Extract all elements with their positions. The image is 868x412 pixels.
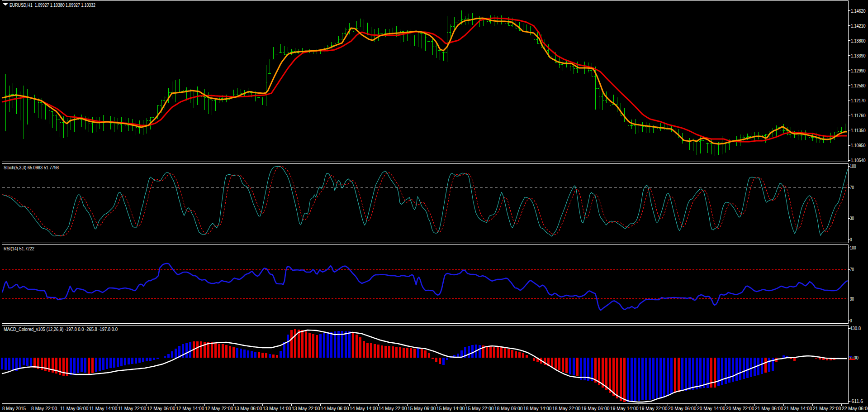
svg-text:14 May 22:00: 14 May 22:00 bbox=[379, 406, 407, 411]
svg-text:1.12170: 1.12170 bbox=[851, 98, 866, 103]
svg-text:1.12580: 1.12580 bbox=[851, 83, 866, 88]
svg-text:20 May 14:00: 20 May 14:00 bbox=[697, 406, 725, 411]
svg-text:8 May 2015: 8 May 2015 bbox=[2, 406, 26, 411]
svg-text:RSI(14) 51.7222: RSI(14) 51.7222 bbox=[4, 246, 34, 251]
svg-text:21 May 22:00: 21 May 22:00 bbox=[813, 406, 841, 411]
svg-text:70: 70 bbox=[850, 185, 854, 190]
svg-text:1.12990: 1.12990 bbox=[851, 68, 866, 73]
svg-text:1.14620: 1.14620 bbox=[851, 8, 866, 14]
svg-text:12 May 06:00: 12 May 06:00 bbox=[147, 406, 175, 411]
svg-text:-611.6: -611.6 bbox=[850, 398, 863, 404]
svg-text:30: 30 bbox=[850, 296, 854, 302]
svg-text:70: 70 bbox=[850, 267, 854, 272]
svg-text:11 May 06:00: 11 May 06:00 bbox=[60, 406, 88, 411]
svg-text:14 May 06:00: 14 May 06:00 bbox=[321, 406, 349, 411]
svg-text:0: 0 bbox=[850, 318, 852, 323]
svg-text:1.10540: 1.10540 bbox=[851, 158, 866, 163]
svg-text:100: 100 bbox=[850, 245, 856, 250]
svg-text:1.13390: 1.13390 bbox=[851, 53, 866, 58]
svg-text:21 May 14:00: 21 May 14:00 bbox=[784, 406, 812, 411]
svg-text:18 May 06:00: 18 May 06:00 bbox=[494, 406, 522, 411]
svg-text:13 May 22:00: 13 May 22:00 bbox=[292, 406, 320, 411]
svg-text:22 May 06:00: 22 May 06:00 bbox=[842, 406, 868, 411]
svg-text:14 May 14:00: 14 May 14:00 bbox=[350, 406, 378, 411]
svg-text:12 May 14:00: 12 May 14:00 bbox=[176, 406, 204, 411]
svg-text:8 May 22:00: 8 May 22:00 bbox=[31, 406, 57, 411]
svg-text:21 May 06:00: 21 May 06:00 bbox=[755, 406, 783, 411]
svg-text:13 May 06:00: 13 May 06:00 bbox=[234, 406, 262, 411]
svg-text:11 May 14:00: 11 May 14:00 bbox=[89, 406, 117, 411]
svg-text:19 May 22:00: 19 May 22:00 bbox=[639, 406, 667, 411]
svg-text:430.8: 430.8 bbox=[850, 326, 861, 331]
svg-text:20 May 22:00: 20 May 22:00 bbox=[726, 406, 754, 411]
svg-text:18 May 14:00: 18 May 14:00 bbox=[523, 406, 551, 411]
svg-text:MACD_Colored_v105 (12,26,9) -1: MACD_Colored_v105 (12,26,9) -197.8 0.0 -… bbox=[4, 326, 118, 332]
svg-text:19 May 14:00: 19 May 14:00 bbox=[610, 406, 638, 411]
svg-text:0: 0 bbox=[850, 237, 852, 242]
svg-text:12 May 22:00: 12 May 22:00 bbox=[205, 406, 233, 411]
svg-text:100: 100 bbox=[850, 163, 856, 169]
svg-text:19 May 06:00: 19 May 06:00 bbox=[581, 406, 609, 411]
svg-text:1.14210: 1.14210 bbox=[851, 23, 866, 29]
svg-text:20 May 06:00: 20 May 06:00 bbox=[668, 406, 696, 411]
svg-text:18 May 22:00: 18 May 22:00 bbox=[552, 406, 580, 411]
svg-text:1.13800: 1.13800 bbox=[851, 38, 866, 43]
svg-text:Stoch(5,3,3) 65.0983 51.7798: Stoch(5,3,3) 65.0983 51.7798 bbox=[4, 165, 59, 170]
svg-text:1.11760: 1.11760 bbox=[851, 113, 866, 118]
svg-text:1.11350: 1.11350 bbox=[851, 128, 866, 133]
svg-text:15 May 06:00: 15 May 06:00 bbox=[408, 406, 436, 411]
svg-text:1.10950: 1.10950 bbox=[851, 143, 866, 148]
svg-text:15 May 14:00: 15 May 14:00 bbox=[436, 406, 465, 411]
svg-text:13 May 14:00: 13 May 14:00 bbox=[263, 406, 291, 411]
svg-text:11 May 22:00: 11 May 22:00 bbox=[118, 406, 146, 411]
svg-text:30: 30 bbox=[850, 216, 854, 221]
svg-text:EURUSD,H1 1.09927 1.10380 1.0: EURUSD,H1 1.09927 1.10380 1.09927 1.1033… bbox=[9, 2, 95, 8]
svg-text:15 May 22:00: 15 May 22:00 bbox=[465, 406, 493, 411]
